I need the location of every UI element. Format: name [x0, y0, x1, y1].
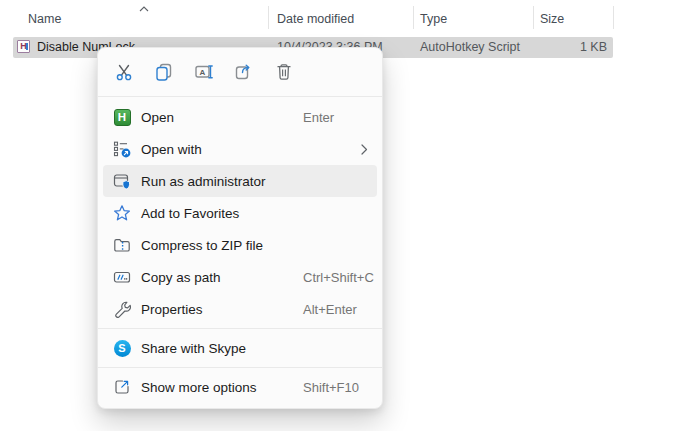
menu-item-label: Show more options: [141, 380, 257, 395]
column-resize-handle[interactable]: [413, 6, 414, 29]
menu-separator: [98, 367, 382, 368]
wrench-icon: [113, 300, 131, 318]
copy-path-icon: [113, 268, 131, 286]
sort-ascending-icon: [139, 6, 149, 12]
menu-item-label: Add to Favorites: [141, 206, 239, 221]
column-resize-handle[interactable]: [613, 6, 614, 29]
menu-item-share-with-skype[interactable]: S Share with Skype: [103, 332, 377, 364]
menu-item-label: Copy as path: [141, 270, 221, 285]
menu-item-label: Compress to ZIP file: [141, 238, 263, 253]
column-header-name[interactable]: Name: [28, 12, 61, 26]
context-menu: A: [97, 47, 383, 409]
copy-icon: [154, 62, 174, 82]
menu-item-run-as-administrator[interactable]: Run as administrator: [103, 165, 377, 197]
menu-item-label: Open: [141, 110, 174, 125]
column-resize-handle[interactable]: [533, 6, 534, 29]
menu-item-compress-to-zip[interactable]: Compress to ZIP file: [103, 229, 377, 261]
menu-item-label: Properties: [141, 302, 203, 317]
menu-item-open[interactable]: H Open Enter: [103, 101, 377, 133]
menu-item-show-more-options[interactable]: Show more options Shift+F10: [103, 371, 377, 403]
star-icon: [113, 204, 131, 222]
menu-item-label: Share with Skype: [141, 341, 246, 356]
copy-button[interactable]: [148, 57, 179, 88]
share-button[interactable]: [228, 57, 259, 88]
menu-item-add-to-favorites[interactable]: Add to Favorites: [103, 197, 377, 229]
column-header-type[interactable]: Type: [420, 12, 447, 26]
menu-item-open-with[interactable]: Open with: [103, 133, 377, 165]
show-more-options-icon: [113, 378, 131, 396]
file-size: 1 KB: [580, 37, 607, 58]
share-icon: [234, 62, 254, 82]
column-resize-handle[interactable]: [268, 6, 269, 29]
open-with-icon: [113, 140, 131, 158]
cut-icon: [114, 62, 134, 82]
file-explorer-window: Name Date modified Type Size H Disable N…: [0, 0, 700, 431]
menu-item-label: Open with: [141, 142, 202, 157]
menu-item-shortcut: Ctrl+Shift+C: [303, 270, 374, 285]
admin-shield-icon: [113, 172, 131, 190]
menu-item-shortcut: Shift+F10: [303, 380, 359, 395]
svg-text:A: A: [199, 68, 205, 77]
menu-item-properties[interactable]: Properties Alt+Enter: [103, 293, 377, 325]
autohotkey-icon: H: [113, 108, 131, 126]
rename-icon: A: [194, 62, 214, 82]
skype-icon: S: [113, 339, 131, 357]
column-header-date-modified[interactable]: Date modified: [277, 12, 354, 26]
menu-item-copy-as-path[interactable]: Copy as path Ctrl+Shift+C: [103, 261, 377, 293]
delete-button[interactable]: [268, 57, 299, 88]
menu-item-label: Run as administrator: [141, 174, 266, 189]
file-type: AutoHotkey Script: [420, 37, 520, 58]
menu-item-shortcut: Alt+Enter: [303, 302, 357, 317]
quick-actions-bar: A: [98, 48, 382, 96]
cut-button[interactable]: [108, 57, 139, 88]
rename-button[interactable]: A: [188, 57, 219, 88]
context-menu-items: H Open Enter: [98, 97, 382, 403]
autohotkey-file-icon: H: [17, 40, 30, 53]
column-header-size[interactable]: Size: [540, 12, 564, 26]
zip-folder-icon: [113, 236, 131, 254]
submenu-chevron-icon: [361, 144, 368, 155]
delete-icon: [274, 62, 294, 82]
menu-item-shortcut: Enter: [303, 110, 334, 125]
menu-separator: [98, 328, 382, 329]
